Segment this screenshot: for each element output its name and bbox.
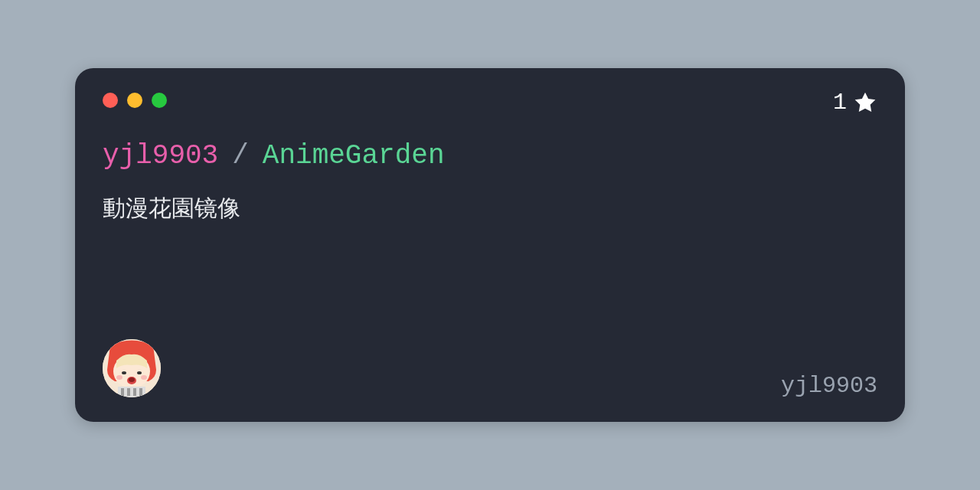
maximize-icon[interactable] <box>152 93 167 108</box>
repo-card: 1 yjl9903 / AnimeGarden 動漫花園镜像 <box>75 68 905 422</box>
repo-title: yjl9903 / AnimeGarden <box>103 140 877 172</box>
star-icon <box>853 90 877 115</box>
svg-point-7 <box>141 375 147 380</box>
close-icon[interactable] <box>103 93 118 108</box>
svg-point-5 <box>129 377 135 382</box>
star-count: 1 <box>833 90 877 116</box>
avatar-image <box>103 339 161 397</box>
minimize-icon[interactable] <box>127 93 142 108</box>
avatar[interactable] <box>103 339 161 397</box>
svg-rect-10 <box>127 388 130 396</box>
svg-rect-12 <box>139 388 142 396</box>
svg-point-2 <box>122 371 126 374</box>
svg-point-3 <box>137 371 142 374</box>
star-count-value: 1 <box>833 90 847 116</box>
window-controls <box>103 93 877 108</box>
repo-owner[interactable]: yjl9903 <box>103 140 218 172</box>
repo-description: 動漫花園镜像 <box>103 193 877 224</box>
svg-rect-9 <box>121 388 124 396</box>
svg-rect-11 <box>133 388 136 396</box>
repo-name[interactable]: AnimeGarden <box>263 140 445 172</box>
username[interactable]: yjl9903 <box>781 373 877 399</box>
title-separator: / <box>232 140 249 172</box>
svg-point-6 <box>116 375 122 380</box>
